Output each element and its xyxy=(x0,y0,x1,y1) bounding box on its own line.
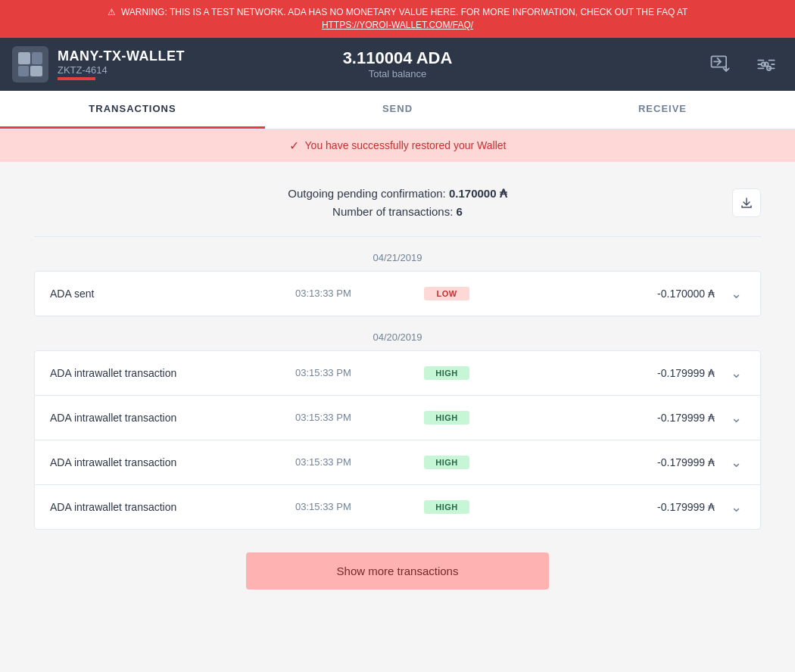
expand-icon[interactable]: ⌄ xyxy=(727,285,745,302)
svg-rect-3 xyxy=(18,66,29,76)
svg-rect-4 xyxy=(30,66,42,76)
tx-amount: -0.179999 ₳ xyxy=(482,456,715,468)
date-header-2: 04/20/2019 xyxy=(34,331,761,343)
warning-bar: ⚠ WARNING: THIS IS A TEST NETWORK. ADA H… xyxy=(0,0,795,38)
tx-type: ADA intrawallet transaction xyxy=(50,367,283,379)
wallet-info: MANY-TX-WALLET ZKTZ-4614 xyxy=(12,46,269,82)
tab-receive[interactable]: RECEIVE xyxy=(530,91,795,129)
check-icon: ✓ xyxy=(289,138,299,153)
tx-list-2: ADA intrawallet transaction 03:15:33 PM … xyxy=(34,350,761,530)
table-row: ADA intrawallet transaction 03:15:33 PM … xyxy=(35,396,760,440)
show-more-button[interactable]: Show more transactions xyxy=(246,552,549,590)
header-underline xyxy=(58,77,95,80)
tx-time: 03:15:33 PM xyxy=(295,412,412,423)
pending-info: Outgoing pending confirmation: 0.170000 … xyxy=(34,185,761,221)
show-more-container: Show more transactions xyxy=(34,552,761,590)
tx-list-1: ADA sent 03:13:33 PM LOW -0.170000 ₳ ⌄ xyxy=(34,271,761,316)
settings-button[interactable] xyxy=(750,48,783,81)
tx-type: ADA intrawallet transaction xyxy=(50,501,283,513)
balance-amount: 3.110004 ADA xyxy=(269,48,525,68)
svg-rect-1 xyxy=(18,52,30,64)
main-content: Outgoing pending confirmation: 0.170000 … xyxy=(19,162,776,627)
table-row: ADA intrawallet transaction 03:15:33 PM … xyxy=(35,440,760,485)
tx-badge-high: HIGH xyxy=(424,366,469,380)
success-text: You have successfully restored your Wall… xyxy=(305,139,507,151)
warning-text: WARNING: THIS IS A TEST NETWORK. ADA HAS… xyxy=(121,7,688,17)
send-receive-button[interactable] xyxy=(704,48,737,81)
tab-transactions[interactable]: TRANSACTIONS xyxy=(0,91,265,129)
tx-time: 03:15:33 PM xyxy=(295,456,412,468)
tx-time: 03:15:33 PM xyxy=(295,367,412,378)
date-header-1: 04/21/2019 xyxy=(34,252,761,263)
wallet-avatar xyxy=(12,46,48,82)
warning-icon: ⚠ xyxy=(108,6,116,19)
warning-link[interactable]: HTTPS://YOROI-WALLET.COM/FAQ/ xyxy=(12,19,783,32)
nav-tabs: TRANSACTIONS SEND RECEIVE xyxy=(0,91,795,129)
expand-icon[interactable]: ⌄ xyxy=(727,499,745,515)
wallet-name: MANY-TX-WALLET xyxy=(58,48,185,64)
tx-amount: -0.179999 ₳ xyxy=(482,367,715,379)
success-banner: ✓ You have successfully restored your Wa… xyxy=(0,129,795,162)
tx-type: ADA sent xyxy=(50,288,283,300)
tx-time: 03:15:33 PM xyxy=(295,501,412,512)
table-row: ADA intrawallet transaction 03:15:33 PM … xyxy=(35,485,760,529)
tx-type: ADA intrawallet transaction xyxy=(50,412,283,424)
balance-block: 3.110004 ADA Total balance xyxy=(269,48,525,79)
divider xyxy=(34,236,761,237)
expand-icon[interactable]: ⌄ xyxy=(727,409,745,426)
tx-badge-high: HIGH xyxy=(424,411,469,425)
wallet-name-block: MANY-TX-WALLET ZKTZ-4614 xyxy=(58,48,185,80)
export-button[interactable] xyxy=(732,188,761,217)
tx-amount: -0.179999 ₳ xyxy=(482,501,715,513)
pending-tx-count: Number of transactions: 6 xyxy=(34,203,761,221)
tx-time: 03:13:33 PM xyxy=(295,288,412,299)
expand-icon[interactable]: ⌄ xyxy=(727,454,745,471)
balance-label: Total balance xyxy=(269,68,525,79)
wallet-id: ZKTZ-4614 xyxy=(58,64,185,76)
header-actions xyxy=(526,48,783,81)
svg-rect-2 xyxy=(32,52,42,64)
pending-outgoing: Outgoing pending confirmation: 0.170000 … xyxy=(34,185,761,203)
tx-badge-high: HIGH xyxy=(424,500,469,514)
tx-amount: -0.179999 ₳ xyxy=(482,412,715,424)
header: MANY-TX-WALLET ZKTZ-4614 3.110004 ADA To… xyxy=(0,38,795,91)
tx-badge-high: HIGH xyxy=(424,456,469,469)
expand-icon[interactable]: ⌄ xyxy=(727,365,745,381)
pending-outgoing-value: 0.170000 ₳ xyxy=(449,187,507,200)
tx-badge-low: LOW xyxy=(424,287,469,300)
tx-count-value: 6 xyxy=(457,205,463,218)
tx-amount: -0.170000 ₳ xyxy=(482,288,715,300)
table-row: ADA sent 03:13:33 PM LOW -0.170000 ₳ ⌄ xyxy=(35,272,760,316)
table-row: ADA intrawallet transaction 03:15:33 PM … xyxy=(35,351,760,396)
tab-send[interactable]: SEND xyxy=(265,91,530,129)
tx-type: ADA intrawallet transaction xyxy=(50,456,283,468)
